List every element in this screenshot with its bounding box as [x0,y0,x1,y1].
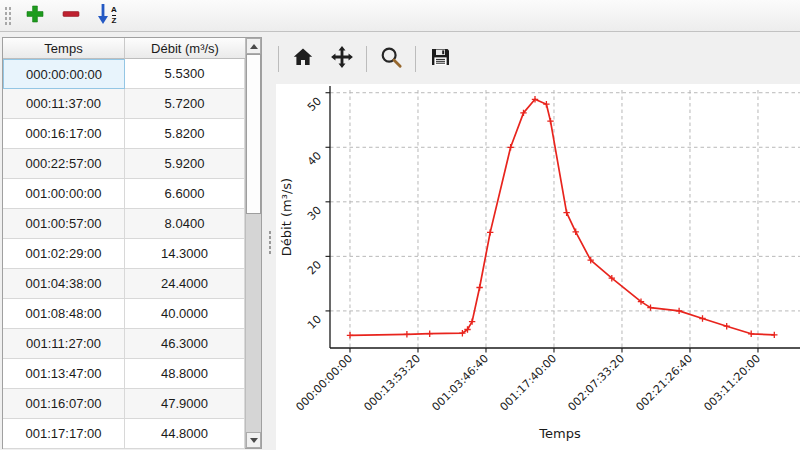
table-cell[interactable]: 000:11:37:00 [3,89,125,119]
table-cell[interactable]: 44.8000 [125,419,245,449]
y-axis-label: Débit (m³/s) [279,178,294,256]
table-row: 001:08:48:0040.0000 [3,299,245,329]
table-cell[interactable]: 6.6000 [125,179,245,209]
save-icon [429,46,451,72]
table-cell[interactable]: 001:16:07:00 [3,389,125,419]
sort-button[interactable]: A Z [94,3,120,29]
sort-letter-z: Z [112,17,117,25]
table-cell[interactable]: 001:00:00:00 [3,179,125,209]
table-row: 001:04:38:0024.4000 [3,269,245,299]
hydrograph-table: Temps Débit (m³/s) 000:00:00:005.5300000… [2,37,262,449]
table-row: 001:13:47:0048.8000 [3,359,245,389]
selected-cell[interactable]: 000:00:00:00 [3,59,125,89]
table-cell[interactable]: 000:16:17:00 [3,119,125,149]
sort-letter-a: A [111,6,117,14]
table-row: 000:22:57:005.9200 [3,149,245,179]
x-tick-label: 002:21:26:40 [634,352,696,414]
table-cell[interactable]: 5.7200 [125,89,245,119]
table-cell[interactable]: 001:00:57:00 [3,209,125,239]
scrollbar-thumb[interactable] [246,54,261,214]
table-row: 000:00:00:005.5300 [3,59,245,89]
toolbar-separator [278,46,279,72]
table-scrollbar[interactable] [245,38,261,448]
table-row: 001:11:27:0046.3000 [3,329,245,359]
sort-az-letters: A Z [111,6,117,26]
column-header-temps[interactable]: Temps [3,38,125,59]
panel-splitter[interactable] [263,33,276,450]
save-button[interactable] [425,44,455,74]
add-row-button[interactable] [22,3,48,29]
app-window: A Z Temps Débit (m³/s) 000:00:00:005.530… [0,0,800,450]
pan-button[interactable] [327,44,357,74]
y-tick-label: 50 [305,95,324,114]
y-tick-label: 20 [305,258,324,277]
x-tick-label: 003:11:20:00 [702,352,764,414]
y-tick-label: 10 [305,313,324,332]
table-body: 000:00:00:005.5300000:11:37:005.7200000:… [3,59,245,449]
table-cell[interactable]: 47.9000 [125,389,245,419]
toolbar-separator [366,46,367,72]
table-cell[interactable]: 001:11:27:00 [3,329,125,359]
toolbar-separator [415,46,416,72]
series-markers [347,96,778,338]
chart-toolbar [276,33,800,84]
table-row: 001:17:17:0044.8000 [3,419,245,449]
table-cell[interactable]: 001:17:17:00 [3,419,125,449]
table-row: 001:00:00:006.6000 [3,179,245,209]
table-cell[interactable]: 40.0000 [125,299,245,329]
scroll-up-button[interactable] [246,38,261,54]
table-cell[interactable]: 001:08:48:00 [3,299,125,329]
table-row: 001:02:29:0014.3000 [3,239,245,269]
table-cell[interactable]: 001:02:29:00 [3,239,125,269]
minus-icon [61,4,81,28]
table-cell[interactable]: 8.0400 [125,209,245,239]
home-button[interactable] [288,44,318,74]
chart-plot[interactable]: 000:00:00:00000:13:53:20001:03:46:40001:… [276,84,800,450]
x-tick-label: 000:00:00:00 [294,352,356,414]
table-cell[interactable]: 001:04:38:00 [3,269,125,299]
splitter-handle-icon [268,230,272,254]
series-path [350,99,774,335]
table-cell[interactable]: 5.9200 [125,149,245,179]
zoom-button[interactable] [376,44,406,74]
series-debit [347,96,778,338]
chart-axes [330,86,800,348]
table-cell[interactable]: 001:13:47:00 [3,359,125,389]
column-header-debit[interactable]: Débit (m³/s) [125,38,245,59]
home-icon [292,46,314,72]
main-toolbar: A Z [0,0,800,32]
x-axis-label: Temps [538,426,581,441]
chart-grid [330,90,800,348]
toolbar-drag-handle[interactable] [4,6,12,26]
table-row: 000:16:17:005.8200 [3,119,245,149]
table-cell[interactable]: 46.3000 [125,329,245,359]
table-header-row: Temps Débit (m³/s) [3,38,245,59]
table-cell[interactable]: 000:22:57:00 [3,149,125,179]
scroll-down-icon [250,438,258,443]
y-tick-label: 40 [305,149,324,168]
table-cell[interactable]: 48.8000 [125,359,245,389]
scroll-up-icon [250,44,258,49]
scroll-down-button[interactable] [246,432,261,448]
magnifier-icon [379,45,403,73]
x-tick-label: 001:03:46:40 [430,352,492,414]
x-tick-label: 000:13:53:20 [362,352,424,414]
chart-tick-marks [326,93,758,353]
x-tick-labels: 000:00:00:00000:13:53:20001:03:46:40001:… [294,352,764,414]
table-cell[interactable]: 24.4000 [125,269,245,299]
x-tick-label: 002:07:33:20 [566,352,628,414]
table-row: 001:16:07:0047.9000 [3,389,245,419]
y-tick-label: 30 [305,204,324,223]
x-tick-label: 001:17:40:00 [498,352,560,414]
plus-icon [25,4,45,28]
pan-icon [330,45,354,73]
sort-az-icon [97,3,110,29]
table-row: 000:11:37:005.7200 [3,89,245,119]
table-cell[interactable]: 5.8200 [125,119,245,149]
table-row: 001:00:57:008.0400 [3,209,245,239]
remove-row-button[interactable] [58,3,84,29]
y-tick-labels: 1020304050 [305,95,324,332]
table-cell[interactable]: 14.3000 [125,239,245,269]
figure-canvas[interactable]: 000:00:00:00000:13:53:20001:03:46:40001:… [276,84,800,450]
table-cell[interactable]: 5.5300 [125,59,245,89]
